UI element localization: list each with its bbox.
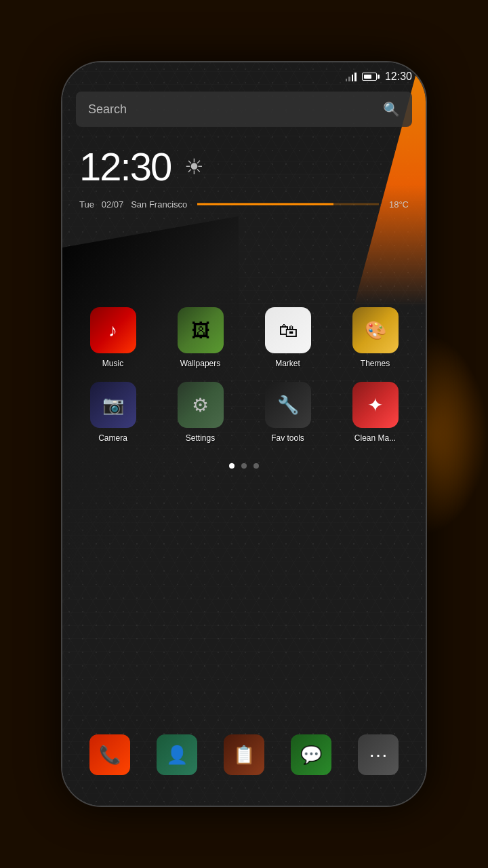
notes-icon [224,734,264,775]
phone-call-icon [89,734,130,775]
search-placeholder: Search [88,102,383,117]
app-market[interactable]: Market [247,307,328,368]
dock-phone[interactable] [89,734,130,775]
dock-notes[interactable] [224,734,264,775]
battery-icon [362,73,380,81]
clock-time: 12:30 [79,144,171,189]
dock-contacts[interactable] [157,734,197,775]
page-dot-1[interactable] [229,463,235,469]
app-grid-row2: Camera Settings Fav tools Clean Ma... [62,375,426,450]
market-label: Market [275,359,300,368]
clock-widget: 12:30 ☀ [62,137,426,196]
app-music[interactable]: Music [73,307,153,368]
app-settings[interactable]: Settings [160,382,241,443]
page-indicators [62,450,426,482]
app-cleanmaster[interactable]: Clean Ma... [335,382,415,443]
favtools-label: Fav tools [271,433,304,443]
themes-label: Themes [361,359,390,368]
dock [62,724,426,785]
app-grid-row1: Music Wallpapers Market Themes [62,294,426,375]
cleanmaster-label: Clean Ma... [354,433,396,443]
favtools-icon [265,382,311,428]
cleanmaster-icon [352,382,399,428]
music-label: Music [102,359,123,368]
status-bar: 12:30 [62,62,426,88]
app-camera[interactable]: Camera [73,382,153,443]
all-apps-icon [358,734,399,775]
signal-icon [346,72,357,81]
camera-label: Camera [98,433,127,443]
phone-screen: 12:30 Search 🔍 12:30 ☀ Tue 02/07 San Fra… [62,62,426,806]
contacts-icon [157,734,197,775]
sms-icon [291,734,331,775]
themes-icon [352,307,399,353]
page-dot-3[interactable] [253,463,259,469]
dock-sms[interactable] [291,734,331,775]
temperature: 18°C [389,199,409,210]
search-icon[interactable]: 🔍 [383,101,400,117]
settings-icon [178,382,224,428]
date-bar: Tue 02/07 San Francisco 18°C [79,196,409,212]
sun-icon: ☀ [184,154,204,180]
page-dot-2[interactable] [241,463,247,469]
app-favtools[interactable]: Fav tools [247,382,328,443]
app-themes[interactable]: Themes [335,307,415,368]
status-time: 12:30 [385,71,412,83]
market-icon [265,307,311,353]
music-icon [90,307,136,353]
dock-apps[interactable] [358,734,399,775]
phone-device: 12:30 Search 🔍 12:30 ☀ Tue 02/07 San Fra… [61,61,427,807]
date-info: Tue 02/07 San Francisco [79,199,187,210]
app-wallpapers[interactable]: Wallpapers [160,307,241,368]
settings-label: Settings [186,433,215,443]
wallpapers-label: Wallpapers [180,359,221,368]
weather-bar [197,196,379,212]
search-bar[interactable]: Search 🔍 [76,92,412,127]
camera-icon [90,382,136,428]
wallpapers-icon [178,307,224,353]
